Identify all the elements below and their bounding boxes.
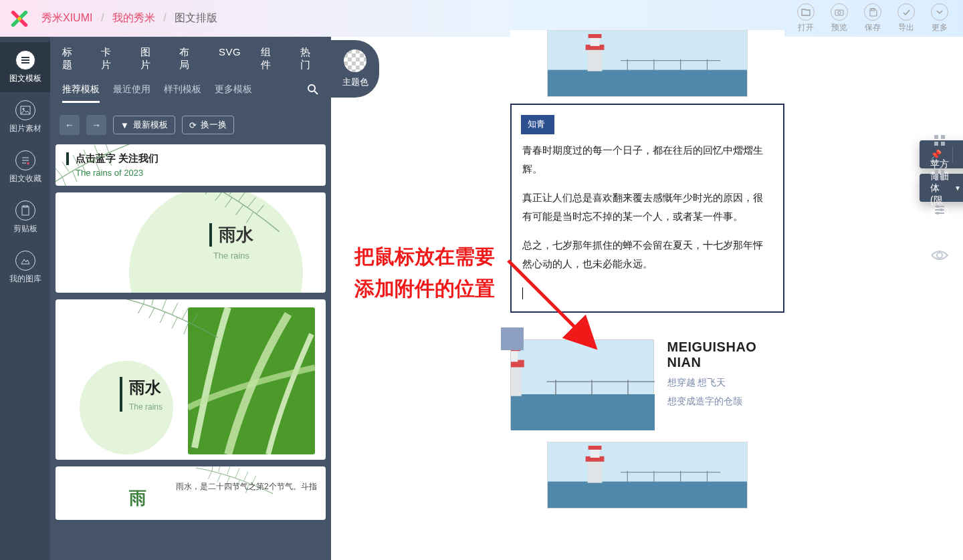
svg-rect-25 [871,9,875,11]
svg-line-57 [508,261,595,347]
camera-icon [831,3,848,21]
list-star-icon [15,150,35,170]
template-subtext: The rains [129,402,163,412]
svg-point-55 [936,212,939,215]
cat-hot[interactable]: 热门 [300,46,319,72]
template-title: 雨水 [219,225,253,245]
svg-rect-47 [941,142,945,146]
svg-point-56 [937,253,942,258]
cat-layout[interactable]: 布局 [179,46,198,72]
action-preview[interactable]: 预览 [831,3,848,33]
save-icon [864,3,881,21]
svg-point-24 [838,11,841,15]
action-label: 更多 [932,22,948,33]
annotation-line: 添加附件的位置 [354,273,495,305]
template-tag: 雨 [129,486,146,510]
chevron-down-icon [931,3,948,21]
breadcrumb-mine[interactable]: 我的秀米 [112,12,155,23]
sub-recommended[interactable]: 推荐模板 [62,84,100,103]
settings-icon[interactable] [930,200,950,220]
rail-label: 剪贴板 [13,223,37,235]
search-icon[interactable] [307,84,319,103]
template-subtext: The rains [209,251,253,261]
breadcrumb-brand[interactable]: 秀米XIUMI [41,12,92,23]
transparency-icon [344,49,366,72]
action-label: 预览 [831,22,847,33]
button-label: 换一换 [201,119,227,131]
nav-forward-button[interactable]: → [86,115,106,135]
top-bar: 秀米XIUMI / 我的秀米 / 图文排版 打开 预览 保存 导出 更多 [0,0,963,37]
template-card[interactable]: 雨水 The rains [56,299,326,460]
side-rail: 图文模板 图片素材 图文收藏 剪贴板 我的图库 [0,37,50,560]
rail-label: 图片素材 [9,123,41,134]
rail-text-template[interactable]: 图文模板 [0,42,50,92]
sub-more[interactable]: 更多模板 [215,84,252,103]
columns-icon[interactable] [930,165,950,185]
svg-point-22 [17,17,21,21]
brand-logo-icon [9,9,29,29]
clipboard-icon [15,200,35,221]
breadcrumb-sep: / [163,12,166,23]
category-tabs: 标题 卡片 图片 布局 SVG 组件 热门 [50,37,331,76]
cat-card[interactable]: 卡片 [101,46,120,72]
rail-label: 图文模板 [9,73,41,84]
svg-point-54 [940,208,943,211]
annotation-text: 把鼠标放在需要 添加附件的位置 [354,241,495,305]
grid-icon[interactable] [930,130,950,150]
cat-svg[interactable]: SVG [219,46,241,72]
rail-my-gallery[interactable]: 我的图库 [0,243,50,293]
chevron-down-icon: ▼ [954,184,961,192]
folder-icon [797,3,815,21]
sub-sample[interactable]: 样刊模板 [164,84,201,103]
check-icon [897,3,915,21]
template-desc: 雨水，是二十四节气之第2个节气。斗指 [176,480,326,493]
svg-rect-46 [934,142,938,146]
breadcrumb: 秀米XIUMI / 我的秀米 / 图文排版 [41,11,217,25]
action-more[interactable]: 更多 [931,3,948,33]
template-card[interactable]: 雨 雨水，是二十四节气之第2个节气。斗指 [56,466,326,520]
sub-recent[interactable]: 最近使用 [113,84,150,103]
template-subtext: The rains of 2023 [66,168,315,178]
hero-image[interactable] [547,442,748,509]
section-tag: 知青 [521,115,554,134]
template-card[interactable]: 点击蓝字 关注我们 The rains of 2023 [56,144,326,186]
top-right-actions: 打开 预览 保存 导出 更多 [797,3,954,33]
template-panel: 标题 卡片 图片 布局 SVG 组件 热门 推荐模板 最近使用 样刊模板 更多模… [50,37,331,560]
action-export[interactable]: 导出 [897,3,915,33]
svg-rect-48 [935,170,938,180]
template-list[interactable]: 点击蓝字 关注我们 The rains of 2023 雨水 The rains… [50,144,331,560]
annotation-arrow-icon [502,254,615,368]
template-title: 点击蓝字 关注我们 [76,152,158,165]
filter-icon: ▼ [120,120,129,130]
preview-eye-icon[interactable] [930,245,950,265]
rail-label: 图文收藏 [9,173,41,184]
rail-text-fav[interactable]: 图文收藏 [0,142,50,192]
cat-image[interactable]: 图片 [140,46,159,72]
copy-button[interactable]: 复制▼ [953,140,963,168]
button-label: 主题色 [342,76,368,88]
paragraph[interactable]: 真正让人们总是喜欢翻来覆去感慨年少时光的原因，很有可能是当时忘不掉的某一个人，或… [522,188,772,227]
svg-rect-34 [22,206,29,215]
svg-point-36 [308,85,315,92]
svg-point-30 [22,108,24,110]
hero-image[interactable] [547,30,748,97]
shuffle-button[interactable]: ⟳ 换一换 [182,116,234,134]
rail-image-asset[interactable]: 图片素材 [0,92,50,142]
block-heading: NIAN [667,355,757,370]
action-save[interactable]: 保存 [864,3,881,33]
svg-rect-49 [941,170,944,180]
svg-rect-44 [934,135,938,139]
nav-back-button[interactable]: ← [60,115,80,135]
svg-rect-45 [941,135,945,139]
theme-color-button[interactable]: 主题色 [331,40,379,98]
paragraph[interactable]: 青春时期度过的每一个日子，都在往后的回忆中熠熠生辉。 [522,141,772,179]
cat-component[interactable]: 组件 [261,46,280,72]
action-open[interactable]: 打开 [797,3,815,33]
breadcrumb-sep: / [101,12,104,23]
rail-clipboard[interactable]: 剪贴板 [0,192,50,243]
svg-line-37 [314,91,318,94]
refresh-icon: ⟳ [189,120,197,130]
template-card[interactable]: 雨水 The rains [56,192,326,293]
newest-templates-button[interactable]: ▼ 最新模板 [113,116,175,134]
cat-title[interactable]: 标题 [62,46,81,72]
